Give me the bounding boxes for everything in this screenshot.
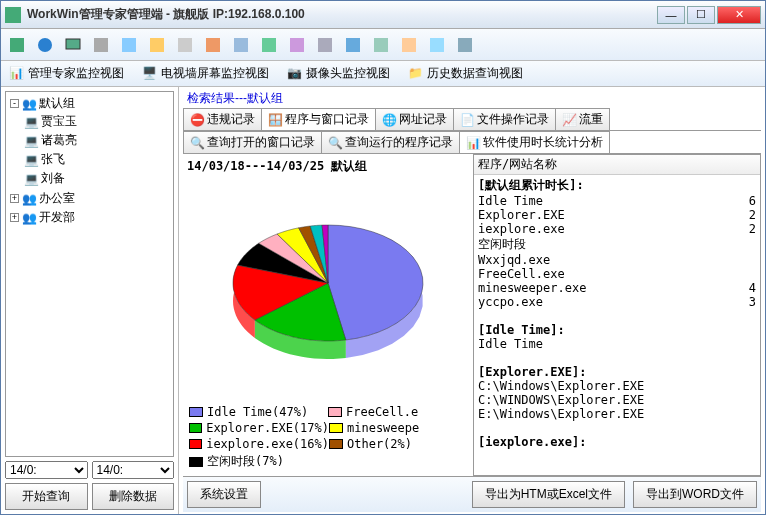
list-item[interactable]: C:\Windows\Explorer.EXE (478, 379, 756, 393)
expand-icon[interactable]: - (10, 99, 19, 108)
toolbar-icon-9[interactable] (229, 33, 253, 57)
group-tree[interactable]: -👥默认组 💻贾宝玉 💻诸葛亮 💻张飞 💻刘备 +👥办公室 +👥开发部 (5, 91, 174, 457)
view-tab-bar: 📊管理专家监控视图 🖥️电视墙屏幕监控视图 📷摄像头监控视图 📁历史数据查询视图 (1, 61, 765, 87)
legend-item: Idle Time(47%) (189, 405, 328, 419)
list-item[interactable]: FreeCell.exe (478, 267, 756, 281)
tab-label: 历史数据查询视图 (427, 65, 523, 82)
date-from-select[interactable]: 14/0: (5, 461, 88, 479)
search-icon: 🔍 (190, 136, 204, 150)
legend-swatch (329, 439, 343, 449)
list-group-header: [Idle Time]: (478, 323, 756, 337)
list-item[interactable]: E:\Windows\Explorer.EXE (478, 407, 756, 421)
group-icon: 👥 (22, 97, 36, 111)
export-htm-button[interactable]: 导出为HTM或Excel文件 (472, 481, 625, 508)
tree-node-label[interactable]: 诸葛亮 (41, 132, 77, 149)
toolbar-icon-6[interactable] (145, 33, 169, 57)
toolbar-icon-4[interactable] (89, 33, 113, 57)
toolbar-icon-12[interactable] (313, 33, 337, 57)
svg-rect-7 (206, 38, 220, 52)
list-item[interactable]: iexplore.exe2 (478, 222, 756, 236)
pie-chart (223, 205, 433, 375)
toolbar-icon-8[interactable] (201, 33, 225, 57)
sub-tabs: 🔍查询打开的窗口记录 🔍查询运行的程序记录 📊软件使用时长统计分析 (183, 131, 761, 154)
tab-tvwall-view[interactable]: 🖥️电视墙屏幕监控视图 (138, 63, 273, 84)
expand-icon[interactable]: + (10, 194, 19, 203)
program-list[interactable]: [默认组累计时长]:Idle Time6Explorer.EXE2iexplor… (474, 175, 760, 475)
legend-item: Other(2%) (329, 437, 467, 451)
tree-node-label[interactable]: 张飞 (41, 151, 65, 168)
tab-file-op[interactable]: 📄文件操作记录 (453, 108, 556, 130)
toolbar-icon-monitor[interactable] (61, 33, 85, 57)
maximize-button[interactable]: ☐ (687, 6, 715, 24)
tab-label: 管理专家监控视图 (28, 65, 124, 82)
svg-rect-15 (430, 38, 444, 52)
tab-label: 摄像头监控视图 (306, 65, 390, 82)
toolbar-icon-11[interactable] (285, 33, 309, 57)
svg-rect-5 (150, 38, 164, 52)
subtab-window-log[interactable]: 🔍查询打开的窗口记录 (183, 131, 322, 153)
toolbar-icon-15[interactable] (397, 33, 421, 57)
minimize-button[interactable]: — (657, 6, 685, 24)
svg-rect-6 (178, 38, 192, 52)
list-item[interactable]: C:\WINDOWS\Explorer.EXE (478, 393, 756, 407)
export-word-button[interactable]: 导出到WORD文件 (633, 481, 757, 508)
list-item[interactable]: yccpo.exe3 (478, 295, 756, 309)
tab-history-view[interactable]: 📁历史数据查询视图 (404, 63, 527, 84)
svg-point-1 (38, 38, 52, 52)
toolbar-icon-13[interactable] (341, 33, 365, 57)
toolbar-icon-17[interactable] (453, 33, 477, 57)
legend-label: Explorer.EXE(17%) (206, 421, 329, 435)
tab-program-window[interactable]: 🪟程序与窗口记录 (261, 108, 376, 130)
tab-monitor-view[interactable]: 📊管理专家监控视图 (5, 63, 128, 84)
main-toolbar (1, 29, 765, 61)
toolbar-icon-1[interactable] (5, 33, 29, 57)
system-settings-button[interactable]: 系统设置 (187, 481, 261, 508)
tree-node-label[interactable]: 开发部 (39, 209, 75, 226)
list-item[interactable]: Wxxjqd.exe (478, 253, 756, 267)
list-item[interactable]: Explorer.EXE2 (478, 208, 756, 222)
tree-node-label[interactable]: 默认组 (39, 95, 75, 112)
file-icon: 📄 (460, 113, 474, 127)
subtab-usage-stats[interactable]: 📊软件使用时长统计分析 (459, 131, 610, 153)
svg-rect-0 (10, 38, 24, 52)
expand-icon[interactable]: + (10, 213, 19, 222)
tvwall-icon: 🖥️ (142, 66, 158, 82)
computer-icon: 💻 (24, 172, 38, 186)
history-icon: 📁 (408, 66, 424, 82)
chart-icon: 📊 (466, 136, 480, 150)
stop-icon: ⛔ (190, 113, 204, 127)
traffic-icon: 📈 (562, 113, 576, 127)
legend-item: iexplore.exe(16%) (189, 437, 329, 451)
window-title: WorkWin管理专家管理端 - 旗舰版 IP:192.168.0.100 (27, 6, 657, 23)
delete-data-button[interactable]: 删除数据 (92, 483, 175, 510)
date-to-select[interactable]: 14/0: (92, 461, 175, 479)
content-area: 检索结果---默认组 ⛔违规记录 🪟程序与窗口记录 🌐网址记录 📄文件操作记录 … (179, 87, 765, 514)
list-item[interactable]: minesweeper.exe4 (478, 281, 756, 295)
tree-node-label[interactable]: 贾宝玉 (41, 113, 77, 130)
toolbar-icon-7[interactable] (173, 33, 197, 57)
svg-rect-14 (402, 38, 416, 52)
toolbar-icon-16[interactable] (425, 33, 449, 57)
toolbar-icon-14[interactable] (369, 33, 393, 57)
close-button[interactable]: ✕ (717, 6, 761, 24)
legend-item: minesweepe (329, 421, 467, 435)
toolbar-icon-10[interactable] (257, 33, 281, 57)
start-query-button[interactable]: 开始查询 (5, 483, 88, 510)
toolbar-icon-globe[interactable] (33, 33, 57, 57)
tab-violation[interactable]: ⛔违规记录 (183, 108, 262, 130)
window-icon: 🪟 (268, 113, 282, 127)
list-item[interactable]: Idle Time (478, 337, 756, 351)
subtab-program-log[interactable]: 🔍查询运行的程序记录 (321, 131, 460, 153)
tab-url[interactable]: 🌐网址记录 (375, 108, 454, 130)
legend-swatch (189, 439, 202, 449)
tree-node-label[interactable]: 办公室 (39, 190, 75, 207)
list-item[interactable]: 空闲时段 (478, 236, 756, 253)
tab-camera-view[interactable]: 📷摄像头监控视图 (283, 63, 394, 84)
search-icon: 🔍 (328, 136, 342, 150)
svg-rect-3 (94, 38, 108, 52)
app-icon (5, 7, 21, 23)
list-item[interactable]: Idle Time6 (478, 194, 756, 208)
tree-node-label[interactable]: 刘备 (41, 170, 65, 187)
tab-traffic[interactable]: 📈流重 (555, 108, 610, 130)
toolbar-icon-5[interactable] (117, 33, 141, 57)
